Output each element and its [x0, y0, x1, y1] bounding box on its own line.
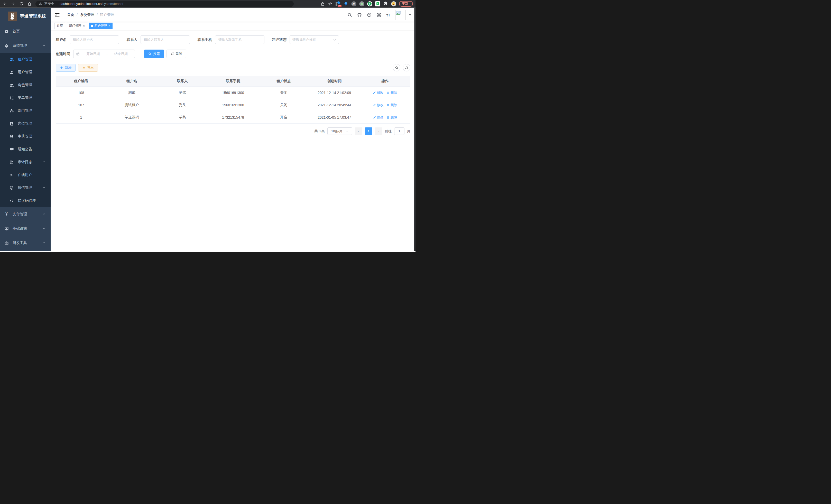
browser-forward-icon[interactable]: [11, 2, 16, 6]
sidebar: 芋道管理系统 首页 系统管理 租户管理 用户管理: [0, 8, 51, 251]
delete-link[interactable]: 删除: [386, 115, 397, 120]
goto-page-input[interactable]: [394, 127, 404, 135]
extension-y-icon[interactable]: Y: [367, 1, 372, 6]
sidebar-item-notice[interactable]: 通知公告: [0, 143, 51, 156]
extension-tag-manager-icon[interactable]: 10: [335, 1, 341, 6]
reset-button[interactable]: 重置: [167, 50, 186, 58]
user-avatar[interactable]: [395, 10, 405, 20]
sidebar-item-pay[interactable]: ¥ 支付管理: [0, 207, 51, 221]
sidebar-item-home[interactable]: 首页: [0, 24, 51, 38]
mobile-input[interactable]: [215, 35, 264, 44]
page-size-value: 10条/页: [331, 129, 343, 134]
cell-status: 关闭: [258, 103, 309, 108]
post-badge-icon: [9, 121, 14, 126]
tag-tenant-active[interactable]: 租户管理×: [89, 23, 113, 29]
profile-avatar-icon[interactable]: [391, 1, 396, 6]
extensions-puzzle-icon[interactable]: [383, 1, 388, 6]
breadcrumb-system[interactable]: 系统管理: [80, 12, 94, 17]
share-icon[interactable]: [320, 2, 325, 6]
tags-view-bar: 首页 部门管理× 租户管理×: [51, 22, 416, 30]
edit-link-label: 修改: [377, 103, 383, 108]
browser-menu-icon[interactable]: [410, 2, 411, 5]
online-broadcast-icon: [9, 173, 14, 177]
date-range-picker[interactable]: 开始日期 - 结束日期: [73, 50, 135, 58]
browser-home-icon[interactable]: [27, 2, 32, 6]
role-users-icon: [9, 83, 14, 87]
edit-link[interactable]: 修改: [373, 90, 383, 95]
extension-chat-icon[interactable]: [375, 1, 380, 6]
help-icon[interactable]: [367, 12, 372, 18]
delete-link[interactable]: 删除: [386, 90, 397, 95]
trash-icon: [386, 116, 390, 119]
edit-link[interactable]: 修改: [373, 115, 383, 120]
avatar-caret-icon[interactable]: [409, 14, 411, 16]
search-button[interactable]: 搜索: [144, 50, 164, 58]
extension-kite-icon[interactable]: [343, 1, 348, 6]
column-header: 联系人: [157, 79, 208, 84]
github-icon[interactable]: [357, 12, 362, 18]
navbar-actions: TT: [347, 10, 411, 20]
app-logo-bunny-icon: [8, 11, 17, 21]
toggle-search-button[interactable]: [393, 64, 400, 71]
prev-page-button[interactable]: ‹: [355, 127, 362, 135]
sidebar-item-menu[interactable]: 菜单管理: [0, 91, 51, 104]
sidebar-item-label: 支付管理: [12, 212, 27, 216]
current-page-button[interactable]: 1: [365, 127, 372, 135]
tag-home[interactable]: 首页: [55, 23, 65, 29]
url-domain: dashboard.yudao.iocoder.cn: [60, 2, 102, 6]
window-scrollbar-edge[interactable]: [414, 8, 416, 251]
font-size-icon[interactable]: TT: [386, 13, 390, 17]
page-size-select[interactable]: 10条/页: [327, 127, 352, 135]
sidebar-item-user[interactable]: 用户管理: [0, 66, 51, 79]
breadcrumb-home[interactable]: 首页: [67, 12, 74, 17]
refresh-table-button[interactable]: [403, 64, 410, 71]
extension-command-icon[interactable]: ⌘: [351, 1, 356, 6]
security-label[interactable]: 不安全: [44, 2, 54, 6]
sidebar-toggle-icon[interactable]: [55, 12, 60, 18]
chrome-update-button[interactable]: 更新: [399, 1, 413, 7]
sidebar-item-post[interactable]: 岗位管理: [0, 117, 51, 130]
cell-contact: 测试: [157, 90, 208, 95]
address-bar[interactable]: 不安全 dashboard.yudao.iocoder.cn/system/te…: [35, 1, 294, 7]
export-button[interactable]: 导出: [78, 64, 98, 72]
sidebar-item-online-users[interactable]: 在线用户: [0, 169, 51, 181]
sidebar-item-system[interactable]: 系统管理: [0, 38, 51, 53]
add-button[interactable]: 新增: [56, 64, 76, 72]
tenant-page: 租户名 联系人 联系手机 租户状态 请选择租户状态: [51, 30, 416, 251]
sidebar-item-devtools[interactable]: 研发工具: [0, 236, 51, 250]
tenant-table: 租户编号 租户名 联系人 联系手机 租户状态 创建时间 操作 108 测试 测试…: [56, 76, 410, 124]
tag-label: 首页: [57, 24, 63, 28]
sidebar-item-tenant[interactable]: 租户管理: [0, 53, 51, 66]
status-select[interactable]: 请选择租户状态: [290, 35, 339, 44]
next-page-button[interactable]: ›: [375, 127, 382, 135]
column-header: 创建时间: [309, 79, 360, 84]
chevron-down-icon: [42, 212, 46, 216]
sidebar-item-label: 角色管理: [18, 83, 32, 87]
edit-link[interactable]: 修改: [373, 103, 383, 108]
delete-link[interactable]: 删除: [386, 103, 397, 108]
bookmark-star-icon[interactable]: [328, 2, 333, 6]
contact-input[interactable]: [141, 35, 190, 44]
browser-back-icon[interactable]: [3, 2, 7, 6]
sidebar-item-error-code[interactable]: 错误码管理: [0, 194, 51, 207]
header-search-icon[interactable]: [347, 12, 352, 18]
sidebar-item-sms[interactable]: 短信管理: [0, 181, 51, 194]
tenant-name-input[interactable]: [69, 35, 119, 44]
sidebar-item-dict[interactable]: 字典管理: [0, 130, 51, 143]
fullscreen-icon[interactable]: [377, 12, 381, 18]
sidebar-item-audit-log[interactable]: 审计日志: [0, 156, 51, 169]
close-icon[interactable]: ×: [109, 24, 110, 28]
extension-green-dot-icon[interactable]: [359, 1, 364, 6]
close-icon[interactable]: ×: [83, 24, 85, 28]
sidebar-item-infra[interactable]: 基础设施: [0, 221, 51, 236]
dict-book-icon: [9, 135, 14, 139]
sidebar-logo-row[interactable]: 芋道管理系统: [0, 8, 51, 24]
delete-link-label: 删除: [390, 115, 397, 120]
sidebar-item-role[interactable]: 角色管理: [0, 79, 51, 91]
breadcrumb-separator: /: [77, 13, 78, 17]
sidebar-item-dept[interactable]: 部门管理: [0, 104, 51, 117]
end-date-placeholder: 结束日期: [110, 52, 132, 56]
browser-reload-icon[interactable]: [19, 2, 24, 6]
page-unit-label: 页: [407, 129, 410, 134]
tag-dept[interactable]: 部门管理×: [67, 23, 87, 29]
